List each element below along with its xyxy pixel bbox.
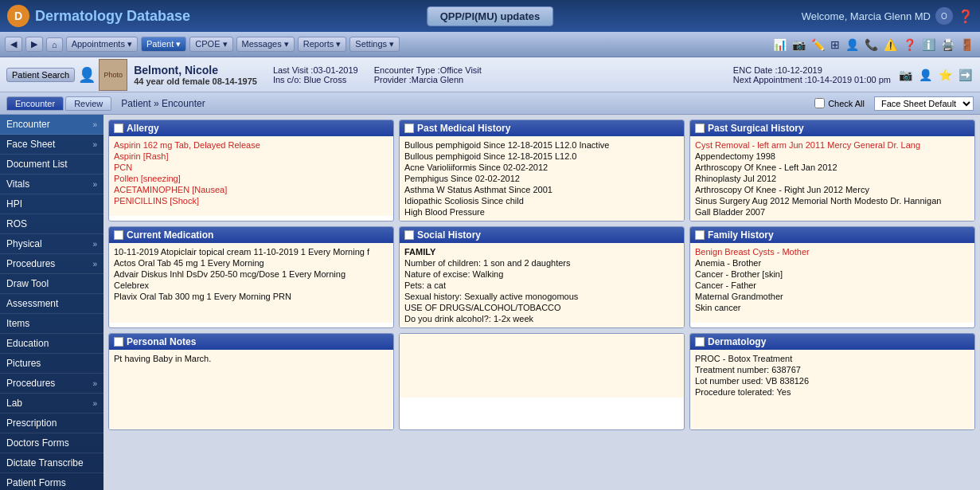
tab-review[interactable]: Review bbox=[65, 96, 111, 111]
sidebar-item-lab[interactable]: Lab » bbox=[0, 394, 103, 414]
family-history-checkbox[interactable] bbox=[695, 230, 705, 240]
settings-button[interactable]: Settings ▾ bbox=[349, 37, 400, 52]
arrow-icon[interactable]: ➡️ bbox=[957, 67, 974, 83]
past-surgical-checkbox[interactable] bbox=[695, 123, 705, 133]
subheader-tabs: Encounter Review bbox=[6, 96, 111, 111]
chevron-icon: » bbox=[92, 240, 97, 249]
print-icon[interactable]: 🖨️ bbox=[939, 37, 956, 53]
patient-search-area: Patient Search 👤 Photo bbox=[6, 59, 127, 91]
person-icon[interactable]: 👤 bbox=[844, 37, 861, 53]
appointments-button[interactable]: Appointments ▾ bbox=[66, 37, 138, 52]
chart-icon[interactable]: 📊 bbox=[771, 37, 788, 53]
face-sheet-select[interactable]: Face Sheet Default bbox=[874, 96, 974, 111]
chevron-icon: » bbox=[92, 379, 97, 388]
sidebar-item-encounter[interactable]: Encounter » bbox=[0, 115, 103, 135]
current-medication-checkbox[interactable] bbox=[114, 230, 123, 240]
list-item: Do you drink alcohol?: 1-2x week bbox=[404, 313, 679, 324]
sidebar-item-pictures[interactable]: Pictures bbox=[0, 354, 103, 374]
sidebar-item-education[interactable]: Education bbox=[0, 334, 103, 354]
sidebar-item-physical[interactable]: Physical » bbox=[0, 234, 103, 254]
photo-icon[interactable]: 📷 bbox=[897, 67, 914, 83]
list-item: Aspirin [Rash] bbox=[114, 151, 388, 162]
alert-icon[interactable]: ⚠️ bbox=[882, 37, 899, 53]
sidebar-item-doctorsforms[interactable]: Doctors Forms bbox=[0, 433, 103, 453]
breadcrumb: Patient » Encounter bbox=[121, 98, 205, 109]
past-medical-header: Past Medical History bbox=[400, 120, 684, 136]
chevron-icon: » bbox=[92, 399, 97, 408]
home-button[interactable]: ⌂ bbox=[46, 37, 63, 52]
sidebar-item-hpi[interactable]: HPI bbox=[0, 194, 103, 214]
past-medical-body: Bullous pemphigoid Since 12-18-2015 L12.… bbox=[400, 136, 684, 221]
patient-button[interactable]: Patient ▾ bbox=[141, 37, 186, 52]
dermatology-checkbox[interactable] bbox=[695, 337, 705, 347]
social-history-checkbox[interactable] bbox=[404, 230, 414, 240]
user-avatar: O bbox=[935, 7, 953, 25]
list-item: Arthroscopy Of Knee - Left Jan 2012 bbox=[695, 162, 970, 173]
last-visit: Last Visit :03-01-2019 bbox=[273, 65, 358, 75]
sidebar-item-drawtool[interactable]: Draw Tool bbox=[0, 274, 103, 294]
forward-button[interactable]: ▶ bbox=[25, 37, 43, 52]
camera-icon[interactable]: 📷 bbox=[791, 37, 807, 53]
next-appointment: Next Appointment :10-14-2019 01:00 pm bbox=[733, 75, 891, 84]
qpp-banner[interactable]: QPP/PI(MU) updates bbox=[427, 6, 554, 26]
check-all-area: Check All Face Sheet Default bbox=[814, 96, 974, 111]
person2-icon[interactable]: 👤 bbox=[917, 67, 934, 83]
empty-body bbox=[400, 334, 684, 398]
sidebar-item-facesheet[interactable]: Face Sheet » bbox=[0, 135, 103, 155]
social-history-body: FAMILY Number of children: 1 son and 2 d… bbox=[400, 243, 684, 327]
personal-notes-panel: Personal Notes Pt having Baby in March. bbox=[108, 333, 394, 430]
chevron-icon: » bbox=[92, 180, 97, 189]
help2-icon[interactable]: ❓ bbox=[901, 37, 918, 53]
help-icon[interactable]: ❓ bbox=[958, 9, 974, 24]
sidebar-item-vitals[interactable]: Vitals » bbox=[0, 174, 103, 194]
sidebar-item-ros[interactable]: ROS bbox=[0, 214, 103, 234]
star-icon[interactable]: ⭐ bbox=[937, 67, 954, 83]
sidebar-item-assessment[interactable]: Assessment bbox=[0, 294, 103, 314]
sidebar-item-patientforms[interactable]: Patient Forms bbox=[0, 473, 103, 490]
phone-icon[interactable]: 📞 bbox=[863, 37, 880, 53]
sidebar-item-prescription[interactable]: Prescription bbox=[0, 414, 103, 433]
list-item: Cancer - Father bbox=[695, 280, 970, 291]
list-item: PENICILLINS [Shock] bbox=[114, 195, 388, 206]
info-icon[interactable]: ℹ️ bbox=[920, 37, 937, 53]
past-medical-checkbox[interactable] bbox=[404, 123, 414, 133]
past-medical-panel: Past Medical History Bullous pemphigoid … bbox=[399, 120, 685, 221]
list-item: Sinus Surgery Aug 2012 Memorial North Mo… bbox=[695, 195, 970, 206]
main-layout: Encounter » Face Sheet » Document List V… bbox=[0, 115, 980, 490]
sidebar-item-items[interactable]: Items bbox=[0, 314, 103, 334]
app-icon: D bbox=[6, 4, 30, 28]
past-surgical-header: Past Surgical History bbox=[690, 120, 974, 136]
edit-icon[interactable]: ✏️ bbox=[810, 37, 826, 53]
sidebar-item-dictate[interactable]: Dictate Transcribe bbox=[0, 453, 103, 473]
list-item: Advair Diskus Inhl DsDv 250-50 mcg/Dose … bbox=[114, 269, 388, 280]
patient-photo: Photo bbox=[99, 59, 127, 91]
check-all-checkbox[interactable] bbox=[814, 98, 825, 108]
logout-icon[interactable]: 🚪 bbox=[959, 37, 975, 53]
list-item: Anemia - Brother bbox=[695, 257, 970, 269]
sidebar-item-procedures1[interactable]: Procedures » bbox=[0, 254, 103, 274]
messages-button[interactable]: Messages ▾ bbox=[236, 37, 295, 52]
allergy-checkbox[interactable] bbox=[114, 123, 123, 133]
list-item: Idiopathic Scoliosis Since child bbox=[404, 195, 679, 206]
sidebar-item-procedures2[interactable]: Procedures » bbox=[0, 374, 103, 394]
row-2: Current Medication 10-11-2019 Atopiclair… bbox=[108, 226, 975, 328]
app-logo: D Dermatology Database bbox=[6, 4, 190, 28]
tab-encounter[interactable]: Encounter bbox=[6, 96, 64, 111]
list-item: Rhinoplasty Jul 2012 bbox=[695, 173, 970, 184]
list-item: Cyst Removal - left arm Jun 2011 Mercy G… bbox=[695, 139, 970, 151]
back-button[interactable]: ◀ bbox=[5, 37, 22, 52]
cpoe-button[interactable]: CPOE ▾ bbox=[189, 37, 232, 52]
enc-date: ENC Date :10-12-2019 bbox=[733, 65, 891, 75]
list-item: Pets: a cat bbox=[404, 280, 679, 291]
ins: Ins c/o: Blue Cross bbox=[273, 75, 358, 84]
personal-notes-checkbox[interactable] bbox=[114, 337, 123, 347]
grid-icon[interactable]: ⊞ bbox=[829, 37, 841, 53]
welcome-text: Welcome, Marcia Glenn MD O ❓ bbox=[802, 7, 974, 25]
patient-search-button[interactable]: Patient Search bbox=[6, 68, 75, 82]
empty-panel bbox=[399, 333, 685, 430]
social-history-header: Social History bbox=[400, 227, 684, 243]
personal-notes-header: Personal Notes bbox=[109, 334, 393, 350]
patient-details: 44 year old female 08-14-1975 bbox=[134, 76, 257, 86]
sidebar-item-documentlist[interactable]: Document List bbox=[0, 155, 103, 174]
reports-button[interactable]: Reports ▾ bbox=[298, 37, 347, 52]
